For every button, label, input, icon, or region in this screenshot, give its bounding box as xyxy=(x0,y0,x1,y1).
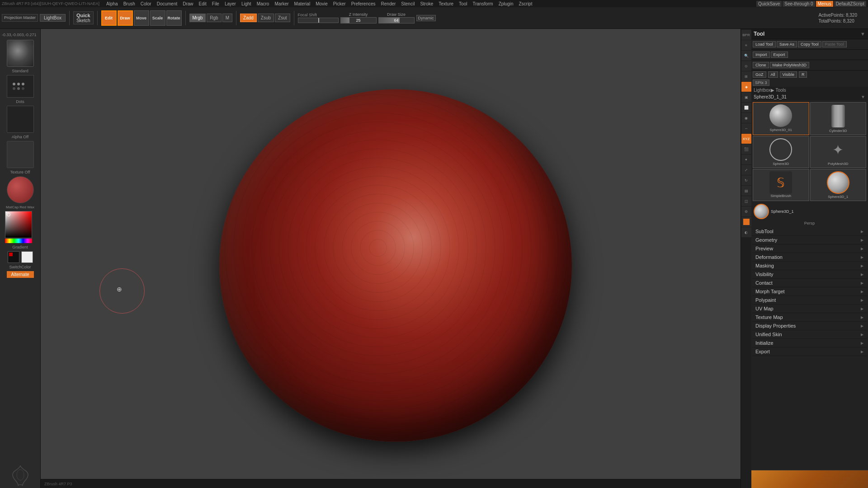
initialize-item[interactable]: Initialize ▶ xyxy=(752,339,867,347)
draw-size-slider[interactable]: 64 xyxy=(378,17,415,23)
subtool-item[interactable]: SubTool ▶ xyxy=(752,227,867,236)
mesh-thumb-cylinder3d[interactable]: Cylinder3D xyxy=(810,102,867,135)
menu-marker[interactable]: Marker xyxy=(272,1,291,6)
menu-material[interactable]: Material xyxy=(292,1,313,6)
geometry-item[interactable]: Geometry ▶ xyxy=(752,236,867,244)
menu-transform[interactable]: Transform xyxy=(470,1,495,6)
menu-preferences[interactable]: Preferences xyxy=(349,1,378,6)
texture-preview[interactable] xyxy=(7,141,34,168)
linefill-icon-btn[interactable]: ▤ xyxy=(741,186,751,196)
z-intensity-slider[interactable]: 25 xyxy=(340,17,377,23)
polyf-icon-btn[interactable]: ◫ xyxy=(741,196,751,206)
deformation-item[interactable]: Deformation ▶ xyxy=(752,253,867,262)
menu-edit[interactable]: Edit xyxy=(197,1,209,6)
see-through-button[interactable]: See-through 0 xyxy=(783,1,815,7)
mrgb-button[interactable]: Mrgb xyxy=(189,14,206,22)
r-button[interactable]: R xyxy=(799,71,807,78)
brush-preview[interactable] xyxy=(7,40,34,67)
rgb-button[interactable]: Rgb xyxy=(207,14,221,22)
import-button[interactable]: Import xyxy=(753,52,770,58)
unified-skin-item[interactable]: Unified Skin ▶ xyxy=(752,330,867,339)
masking-item[interactable]: Masking ▶ xyxy=(752,262,867,270)
lightbox-btn[interactable]: LightBox xyxy=(40,14,66,22)
dots-brush-preview[interactable] xyxy=(7,75,34,98)
mesh-thumb-sphere3d01[interactable]: Sphere3D_01 xyxy=(753,102,809,135)
lightbox-tools-row[interactable]: Lightbox▶ Tools xyxy=(751,87,868,94)
dynamic-icon-btn[interactable]: ◈ xyxy=(741,82,751,92)
dynamic-button[interactable]: Dynamic xyxy=(416,15,436,21)
save-as-button[interactable]: Save As xyxy=(777,41,797,47)
menu-zplugin[interactable]: Zplugin xyxy=(496,1,516,6)
scale-icon-btn[interactable]: ⤢ xyxy=(741,165,751,175)
menu-alpha[interactable]: Alpha xyxy=(104,1,120,6)
menus-button[interactable]: Menus xyxy=(816,1,833,7)
zsub-button[interactable]: Zsub xyxy=(258,14,274,22)
background-color[interactable] xyxy=(21,251,33,263)
goz-button[interactable]: GoZ xyxy=(753,71,766,78)
sphere-object[interactable] xyxy=(219,89,572,442)
move-button[interactable]: Move xyxy=(134,10,149,26)
canvas-background[interactable]: ⊕ xyxy=(41,29,750,488)
draw-button[interactable]: Draw xyxy=(118,10,133,26)
menu-light[interactable]: Light xyxy=(239,1,254,6)
quicksave-button[interactable]: QuickSave xyxy=(756,1,782,7)
menu-movie[interactable]: Movie xyxy=(313,1,330,6)
menu-layer[interactable]: Layer xyxy=(222,1,238,6)
mesh-thumb-sphere3d-small[interactable]: Sphere3D_1 xyxy=(810,169,867,201)
menu-render[interactable]: Render xyxy=(379,1,398,6)
export-item[interactable]: Export ▶ xyxy=(752,347,867,356)
display-properties-item[interactable]: Display Properties ▶ xyxy=(752,322,867,330)
mesh-thumb-simplebrush[interactable]: 𝕊 SimpleBrush xyxy=(753,169,809,201)
visible-button[interactable]: Visible xyxy=(780,71,797,78)
floor-icon-btn[interactable]: ⬜ xyxy=(741,103,751,113)
dynamic2-icon-btn[interactable] xyxy=(741,217,751,227)
zsut-button[interactable]: Zsut xyxy=(275,14,290,22)
make-polymesh3d-button[interactable]: Make PolyMesh3D xyxy=(770,62,810,68)
menu-texture[interactable]: Texture xyxy=(436,1,456,6)
move-icon-btn[interactable]: ✦ xyxy=(741,155,751,164)
bpr-icon-btn[interactable]: BPR xyxy=(741,30,751,40)
edit-button[interactable]: Edit xyxy=(101,10,117,26)
all-button[interactable]: All xyxy=(768,71,778,78)
lsym-icon-btn[interactable]: ↔ xyxy=(741,123,751,133)
load-tool-button[interactable]: Load Tool xyxy=(753,41,776,47)
scale-button[interactable]: Scale xyxy=(150,10,165,26)
canvas-area[interactable]: ⊕ xyxy=(41,29,750,488)
menu-stroke[interactable]: Stroke xyxy=(418,1,435,6)
hue-slider[interactable] xyxy=(5,239,32,243)
texture-map-item[interactable]: Texture Map ▶ xyxy=(752,313,867,322)
menu-zscript[interactable]: Zscript xyxy=(516,1,534,6)
alternate-button[interactable]: Alternate xyxy=(7,271,34,278)
visibility-item[interactable]: Visibility ▶ xyxy=(752,270,867,279)
scroll-icon-btn[interactable]: ≡ xyxy=(741,40,751,50)
menu-document[interactable]: Document xyxy=(155,1,180,6)
actual-icon-btn[interactable]: ⊙ xyxy=(741,61,751,71)
projection-master[interactable]: Projection Master xyxy=(2,14,38,22)
switch-color-area[interactable] xyxy=(8,251,33,263)
menu-draw[interactable]: Draw xyxy=(180,1,195,6)
contact-item[interactable]: Contact ▶ xyxy=(752,279,867,287)
menu-macro[interactable]: Macro xyxy=(255,1,272,6)
copy-tool-button[interactable]: Copy Tool xyxy=(798,41,821,47)
menu-color[interactable]: Color xyxy=(138,1,154,6)
export-button[interactable]: Export xyxy=(771,52,788,58)
menu-tool[interactable]: Tool xyxy=(457,1,469,6)
alpha-preview[interactable] xyxy=(7,106,34,133)
menu-stencil[interactable]: Stencil xyxy=(399,1,417,6)
rotate-icon-btn[interactable]: ↻ xyxy=(741,175,751,185)
menu-brush[interactable]: Brush xyxy=(121,1,137,6)
foreground-color[interactable] xyxy=(8,251,19,263)
preview-item[interactable]: Preview ▶ xyxy=(752,244,867,253)
menu-picker[interactable]: Picker xyxy=(331,1,348,6)
polypaint-item[interactable]: Polypaint ▶ xyxy=(752,296,867,305)
clone-button[interactable]: Clone xyxy=(753,62,769,68)
zadd-button[interactable]: Zadd xyxy=(240,14,257,22)
setup-icon-btn[interactable]: ⚙ xyxy=(741,206,751,216)
uv-map-item[interactable]: UV Map ▶ xyxy=(752,305,867,313)
aahal-icon-btn[interactable]: ⊞ xyxy=(741,71,751,81)
xyz-icon-btn[interactable]: XYZ xyxy=(741,134,751,144)
material-preview[interactable] xyxy=(7,176,34,203)
dynamic-material-swatch[interactable] xyxy=(751,470,868,488)
mesh-thumb-polymesh3d[interactable]: ✦ PolyMesh3D xyxy=(810,136,867,168)
persp-icon-btn[interactable]: ▣ xyxy=(741,92,751,102)
